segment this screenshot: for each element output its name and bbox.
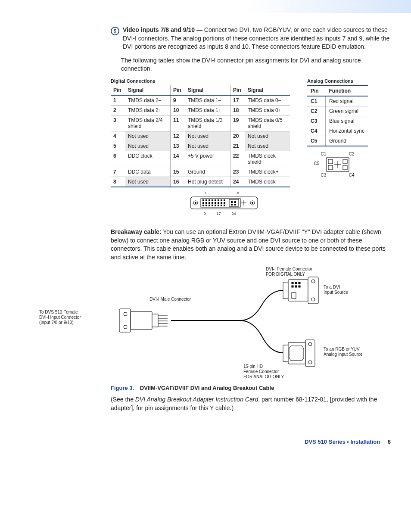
svg-point-52: [124, 312, 127, 316]
svg-point-58: [311, 298, 315, 301]
table-row: 2TMDS data 2+10TMDS data 1+18TMDS data 0…: [111, 105, 290, 115]
step-5-paragraph: 5 Video inputs 7/8 and 9/10 — Connect tw…: [111, 26, 391, 56]
table-row: C2Green signal: [307, 106, 368, 116]
svg-rect-38: [328, 159, 333, 164]
svg-rect-34: [234, 204, 236, 205]
svg-point-4: [252, 202, 253, 204]
svg-rect-27: [218, 205, 219, 206]
svg-point-69: [308, 342, 312, 346]
svg-rect-8: [209, 199, 210, 201]
svg-rect-30: [229, 199, 239, 206]
table-row: 1TMDS data 2–9TMDS data 1–17TMDS data 0–: [111, 95, 290, 106]
svg-rect-66: [283, 345, 288, 361]
svg-rect-60: [295, 282, 297, 284]
svg-rect-14: [202, 202, 204, 204]
svg-rect-63: [295, 286, 297, 287]
svg-rect-55: [288, 280, 308, 301]
svg-rect-59: [292, 282, 293, 284]
svg-rect-6: [202, 199, 204, 201]
svg-rect-40: [328, 165, 333, 170]
final-pre: (See the: [111, 396, 135, 403]
lbl-top-right-a: DVI-I Female Connector: [266, 267, 312, 272]
th-analog-pin: Pin: [307, 86, 326, 96]
svg-point-70: [308, 361, 312, 364]
svg-rect-7: [206, 199, 207, 201]
final-paragraph: (See the DVI Analog Breakout Adapter Ins…: [111, 395, 391, 412]
svg-rect-31: [231, 201, 233, 203]
footer-page: 8: [388, 439, 391, 445]
lbl-c1: C1: [321, 152, 327, 156]
svg-rect-18: [215, 202, 216, 204]
svg-rect-24: [209, 205, 210, 206]
table-row: 5Not used13Not used21Not used: [111, 141, 290, 151]
table-row: C4Horizontal sync: [307, 126, 368, 136]
analog-pin-table: Pin Function C1Red signalC2Green signalC…: [307, 85, 368, 146]
th-sig-a: Signal: [125, 85, 171, 95]
svg-rect-41: [343, 165, 347, 170]
svg-rect-17: [212, 202, 213, 204]
table-row: 6DDC clock14+5 V power22TMDS clock shiel…: [111, 151, 290, 167]
svg-rect-20: [221, 202, 222, 204]
lbl-c3: C3: [321, 173, 327, 177]
th-sig-b: Signal: [185, 85, 230, 95]
digital-pin-table: Pin Signal Pin Signal Pin Signal 1TMDS d…: [111, 85, 290, 187]
svg-rect-46: [152, 314, 158, 327]
svg-rect-9: [212, 199, 213, 201]
svg-rect-54: [283, 282, 288, 299]
svg-rect-39: [343, 159, 347, 164]
footer-text: DVS 510 Series • Installation: [305, 439, 380, 445]
lbl-bot-mid-c: FOR ANALOG ONLY: [243, 374, 284, 380]
plug-label-24: 24: [232, 212, 236, 216]
svg-rect-26: [215, 205, 216, 206]
lbl-bot-mid-a: 15-pin HD: [243, 364, 263, 369]
intro-tables-text: The following tables show the DVI-I conn…: [121, 56, 391, 73]
page-footer: DVS 510 Series • Installation 8: [20, 439, 391, 445]
breakaway-paragraph: Breakaway cable: You can use an optional…: [111, 228, 391, 261]
th-analog-func: Function: [326, 86, 368, 96]
svg-rect-64: [299, 286, 300, 287]
svg-point-53: [124, 325, 127, 329]
svg-rect-22: [202, 205, 204, 206]
lbl-cable-left: To DVS 510 Female DVI-I Input Connector …: [39, 310, 81, 325]
final-italic: DVI Analog Breakout Adapter Instruction …: [135, 396, 258, 403]
th-pin-b: Pin: [171, 85, 186, 95]
figure-3-caption: Figure 3. DVIIM-VGAF/DVIIF DVI and Analo…: [111, 385, 391, 391]
lbl-right-bot: To an RGB or YUV Analog Input Source: [324, 347, 363, 357]
lbl-c5: C5: [314, 161, 320, 166]
lbl-right-top: To a DVI Input Source: [324, 285, 348, 295]
svg-rect-25: [212, 205, 213, 206]
breakaway-bold: Breakaway cable:: [111, 228, 162, 235]
th-pin-c: Pin: [230, 85, 246, 95]
analog-connections-block: Analog Connections Pin Function C1Red si…: [307, 78, 368, 177]
plug-label-8: 8: [237, 191, 239, 195]
plug-label-17: 17: [216, 212, 221, 216]
figure-number: Figure 3.: [111, 385, 134, 391]
svg-rect-33: [231, 204, 233, 205]
table-row: C1Red signal: [307, 96, 368, 106]
svg-point-57: [311, 280, 315, 283]
th-sig-c: Signal: [245, 85, 290, 95]
svg-rect-29: [224, 205, 225, 206]
svg-rect-62: [292, 286, 293, 287]
analog-table-title: Analog Connections: [307, 78, 368, 84]
svg-rect-16: [209, 202, 210, 204]
figure-title: DVIIM-VGAF/DVIIF DVI and Analog Breakout…: [140, 385, 274, 391]
step-title: Video inputs 7/8 and 9/10: [123, 26, 195, 33]
th-pin-a: Pin: [111, 85, 125, 95]
table-row: 4Not used12Not used20Not used: [111, 131, 290, 141]
svg-rect-12: [221, 199, 222, 201]
svg-rect-21: [224, 202, 225, 204]
cable-svg: [37, 267, 365, 379]
table-row: 7DDC data15Ground23TMDS clock+: [111, 167, 290, 177]
analog-c-pins-diagram: C1 C2 C5 C3 C4: [314, 152, 361, 177]
top-gradient-band: [0, 0, 411, 13]
digital-table-title: Digital Connections: [111, 78, 290, 84]
plug-label-9: 9: [203, 212, 206, 216]
lbl-cable-male: DVI-I Male Connector: [149, 297, 191, 302]
digital-connections-block: Digital Connections Pin Signal Pin Signa…: [111, 78, 290, 224]
table-row: 3TMDS data 2/4 shield11TMDS data 1/3 shi…: [111, 115, 290, 131]
lbl-c2: C2: [349, 152, 355, 156]
dvi-plug-diagram: 1 8: [158, 191, 290, 216]
svg-rect-61: [299, 282, 300, 284]
plug-label-1: 1: [205, 191, 207, 195]
